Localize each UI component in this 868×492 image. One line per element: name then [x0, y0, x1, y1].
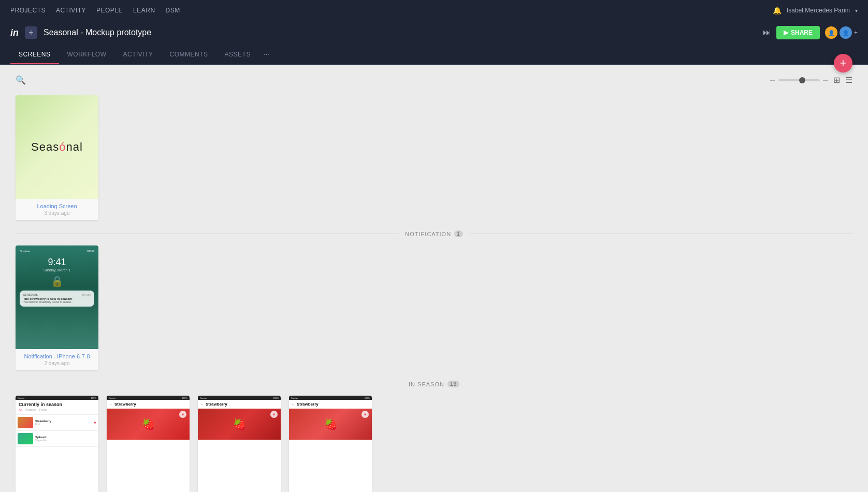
share-label: SHARE	[791, 29, 813, 36]
slider-track[interactable]	[778, 79, 820, 81]
strawberry3-preview: Sunrise 100% ← Strawberry 🍓 ♥	[289, 396, 372, 492]
screen-card-strawberry-3[interactable]: Sunrise 100% ← Strawberry 🍓 ♥	[289, 396, 372, 492]
slider-thumb[interactable]	[799, 77, 805, 83]
invision-logo: in	[10, 27, 19, 38]
tab-screens[interactable]: SCREENS	[10, 46, 59, 64]
screen-card-title-loading: Loading Screen	[20, 203, 94, 209]
screen-card-loading[interactable]: Seasónal Loading Screen 3 days ago	[16, 95, 98, 220]
nav-learn[interactable]: LEARN	[133, 7, 155, 14]
tab-assets[interactable]: ASSETS	[216, 46, 259, 64]
main-content: + 🔍 — — ⊞ ☰ Seasónal	[0, 65, 868, 492]
preview-icon[interactable]: ⏭	[763, 28, 771, 37]
add-project-button[interactable]: +	[25, 26, 37, 39]
nav-projects[interactable]: PROJECTS	[10, 7, 46, 14]
strawberry2-title-text: Strawberry	[206, 402, 227, 407]
notification-divider: NOTIFICATION 1	[16, 230, 852, 237]
strawberry2-header-row: ← Strawberry	[198, 400, 281, 409]
project-title: Seasonal - Mockup prototype	[44, 28, 151, 37]
user-dropdown-arrow[interactable]: ▾	[855, 8, 858, 13]
top-bar: PROJECTS ACTIVITY PEOPLE LEARN DSM 🔔 Isa…	[0, 0, 868, 21]
section-seasonal-loading: Seasónal Loading Screen 3 days ago	[16, 95, 852, 220]
screen-card-inseason-list[interactable]: Sunrise 100% Currently in season All Veg…	[16, 396, 98, 492]
avatar-1: 👤	[825, 26, 837, 39]
invite-icon[interactable]: +	[854, 29, 858, 36]
list-view-icon[interactable]: ☰	[845, 75, 852, 85]
fruit-type-2: Vegetable	[35, 439, 96, 442]
back-arrow-1: ←	[109, 402, 113, 407]
strawberry3-image: 🍓 ♥	[289, 409, 372, 440]
heart-overlay-3: ♥	[361, 411, 369, 418]
screen-card-time-loading: 3 days ago	[20, 210, 94, 216]
strawberry1-preview: Sunrise 100% ← Strawberry 🍓 ♥	[107, 396, 190, 492]
screen-card-strawberry-1[interactable]: Sunrise 100% ← Strawberry 🍓 ♥	[107, 396, 190, 492]
strawberry2-image: 🍓 ♥	[198, 409, 281, 440]
strawberry1-preview-bg: Sunrise 100% ← Strawberry 🍓 ♥	[107, 396, 190, 492]
tab-all[interactable]: All	[19, 408, 22, 412]
heart-icon: ♥	[94, 421, 96, 425]
carrier-text: Sunrise	[20, 250, 30, 253]
logo-accent: ó	[59, 140, 66, 153]
bell-icon[interactable]: 🔔	[773, 6, 782, 15]
top-bar-right: 🔔 Isabel Mercedes Parini ▾	[773, 6, 858, 15]
screen-card-strawberry-2[interactable]: Sunrise 100% ← Strawberry 🍓 ♥	[198, 396, 281, 492]
user-name[interactable]: Isabel Mercedes Parini	[787, 7, 850, 14]
zoom-in-icon[interactable]: —	[823, 77, 828, 83]
grid-view-icon[interactable]: ⊞	[833, 75, 840, 85]
screens-grid-loading: Seasónal Loading Screen 3 days ago	[16, 95, 852, 220]
notif-app-name: SEASONAL	[23, 293, 38, 296]
divider-line-left	[16, 234, 399, 234]
strawberry2-preview: Sunrise 100% ← Strawberry 🍓 ♥	[198, 396, 281, 492]
tab-workflow[interactable]: WORKFLOW	[59, 46, 115, 64]
project-header: in + Seasonal - Mockup prototype ⏭ ▶ SHA…	[0, 21, 868, 45]
notification-screen-preview: Sunrise 100% 9:41 Sunday, March 1 🔒 SEAS…	[16, 245, 98, 349]
tabs-more-button[interactable]: ···	[259, 45, 274, 64]
tab-comments[interactable]: COMMENTS	[162, 46, 216, 64]
tab-activity[interactable]: ACTIVITY	[115, 46, 162, 64]
inseason-preview-bg: Sunrise 100% Currently in season All Veg…	[16, 396, 98, 492]
fruit-type: Fruit	[35, 423, 92, 426]
controls-bar: 🔍 — — ⊞ ☰	[16, 75, 852, 85]
divider-line-right	[469, 234, 852, 234]
search-icon[interactable]: 🔍	[16, 75, 26, 85]
loading-preview-bg: Seasónal	[16, 95, 98, 199]
strawberry3-preview-bg: Sunrise 100% ← Strawberry 🍓 ♥	[289, 396, 372, 492]
screens-grid-inseason: Sunrise 100% Currently in season All Veg…	[16, 396, 852, 492]
section-notification: Sunrise 100% 9:41 Sunday, March 1 🔒 SEAS…	[16, 245, 852, 370]
phone-status-bar: Sunrise 100%	[20, 250, 94, 253]
strawberry1-emoji: 🍓	[142, 418, 155, 430]
inseason-list-preview: Sunrise 100% Currently in season All Veg…	[16, 396, 98, 492]
tab-fruits[interactable]: Fruits	[39, 408, 47, 412]
battery-text: 100%	[86, 250, 94, 253]
zoom-out-icon[interactable]: —	[770, 77, 775, 83]
inseason-divider-left	[16, 384, 402, 384]
strawberry1-image: 🍓 ♥	[107, 409, 190, 440]
nav-people[interactable]: PEOPLE	[96, 7, 123, 14]
zoom-slider[interactable]: — —	[770, 77, 828, 83]
list-item: Spinach Vegetable	[16, 431, 98, 447]
strawberry3-title-text: Strawberry	[297, 402, 319, 407]
notif-time: 1m ago	[82, 293, 91, 296]
view-controls: — — ⊞ ☰	[770, 75, 852, 85]
heart-overlay-1: ♥	[179, 411, 186, 418]
tab-bar: SCREENS WORKFLOW ACTIVITY COMMENTS ASSET…	[0, 45, 868, 65]
nav-dsm[interactable]: DSM	[166, 7, 180, 14]
inseason-divider: IN SEASON 16	[16, 381, 852, 387]
notif-app-row: SEASONAL 1m ago	[23, 293, 91, 296]
notification-preview-bg: Sunrise 100% 9:41 Sunday, March 1 🔒 SEAS…	[16, 245, 98, 349]
strawberry2-status-bar: Sunrise 100%	[198, 396, 281, 400]
inseason-section-label: IN SEASON 16	[409, 381, 459, 387]
header-right: ⏭ ▶ SHARE 👤 👤 +	[763, 26, 858, 39]
screen-card-notification[interactable]: Sunrise 100% 9:41 Sunday, March 1 🔒 SEAS…	[16, 245, 98, 370]
fruit-thumbnail	[18, 417, 33, 428]
inseason-header: Currently in season All Veggies Fruits	[16, 400, 98, 415]
nav-activity[interactable]: ACTIVITY	[56, 7, 86, 14]
phone-time-display: 9:41	[48, 257, 66, 268]
share-button[interactable]: ▶ SHARE	[776, 26, 820, 39]
strawberry1-status-bar: Sunrise 100%	[107, 396, 190, 400]
notification-banner: SEASONAL 1m ago The strawberry is now in…	[20, 291, 94, 307]
strawberry2-preview-bg: Sunrise 100% ← Strawberry 🍓 ♥	[198, 396, 281, 492]
tab-veggies[interactable]: Veggies	[25, 408, 36, 412]
fab-add-button[interactable]: +	[834, 54, 852, 73]
inseason-status-bar: Sunrise 100%	[16, 396, 98, 400]
avatar-2: 👤	[840, 26, 852, 39]
